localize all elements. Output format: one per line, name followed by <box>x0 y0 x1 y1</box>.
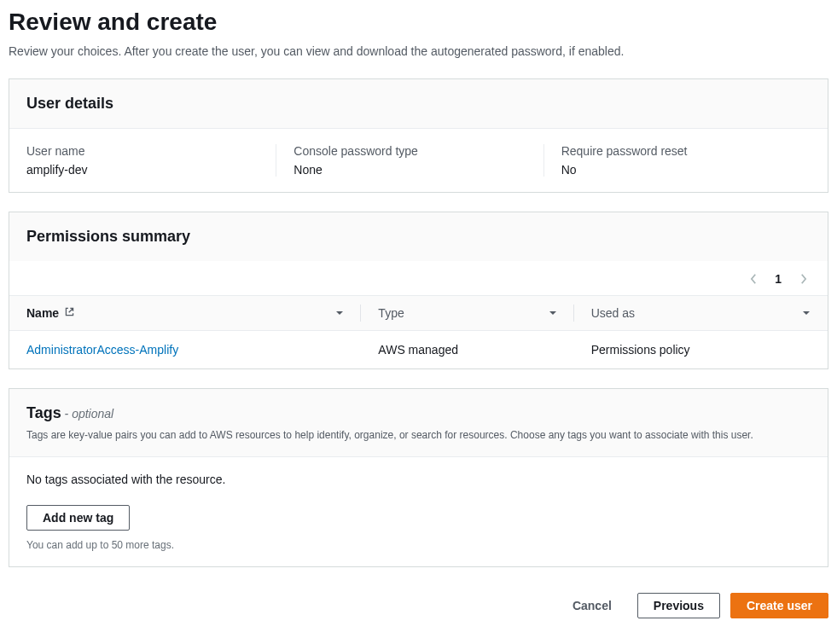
sort-icon[interactable] <box>335 306 344 320</box>
page-subtitle: Review your choices. After you create th… <box>9 44 828 58</box>
cancel-button[interactable]: Cancel <box>557 593 627 618</box>
require-reset-label: Require password reset <box>561 144 793 158</box>
page-number: 1 <box>775 272 782 286</box>
permissions-heading: Permissions summary <box>26 228 811 246</box>
tags-header: Tags - optional Tags are key-value pairs… <box>9 389 828 457</box>
prev-page-icon[interactable] <box>746 271 761 287</box>
tags-description: Tags are key-value pairs you can add to … <box>26 429 811 441</box>
user-details-panel: User details User name amplify-dev Conso… <box>9 78 828 193</box>
password-type-label: Console password type <box>294 144 526 158</box>
policy-type: AWS managed <box>361 331 573 369</box>
permissions-panel: Permissions summary 1 Name <box>9 212 828 369</box>
paginator: 1 <box>9 261 828 295</box>
add-tag-button[interactable]: Add new tag <box>26 505 130 531</box>
policy-link[interactable]: AdministratorAccess-Amplify <box>26 343 178 357</box>
tags-heading: Tags <box>26 404 61 421</box>
permissions-header: Permissions summary <box>9 212 828 261</box>
user-details-header: User details <box>9 79 828 129</box>
footer-actions: Cancel Previous Create user <box>9 586 828 618</box>
external-link-icon <box>64 306 75 320</box>
permissions-table: Name Type <box>9 295 828 368</box>
col-name[interactable]: Name <box>26 306 59 320</box>
page-title: Review and create <box>9 9 828 36</box>
tags-panel: Tags - optional Tags are key-value pairs… <box>9 388 828 567</box>
col-type[interactable]: Type <box>378 306 404 320</box>
username-label: User name <box>26 144 259 158</box>
sort-icon[interactable] <box>549 306 557 320</box>
col-used-as[interactable]: Used as <box>591 306 635 320</box>
table-row: AdministratorAccess-Amplify AWS managed … <box>9 331 828 369</box>
previous-button[interactable]: Previous <box>637 593 720 618</box>
policy-used-as: Permissions policy <box>574 331 828 369</box>
require-reset-value: No <box>561 163 793 177</box>
sort-icon[interactable] <box>802 306 811 320</box>
create-user-button[interactable]: Create user <box>730 593 828 618</box>
tags-empty: No tags associated with the resource. <box>26 473 811 486</box>
password-type-value: None <box>294 163 526 177</box>
tags-hint: You can add up to 50 more tags. <box>26 539 811 551</box>
user-details-heading: User details <box>26 95 811 113</box>
username-value: amplify-dev <box>26 163 259 177</box>
tags-optional: - optional <box>61 407 113 421</box>
next-page-icon[interactable] <box>795 271 811 287</box>
